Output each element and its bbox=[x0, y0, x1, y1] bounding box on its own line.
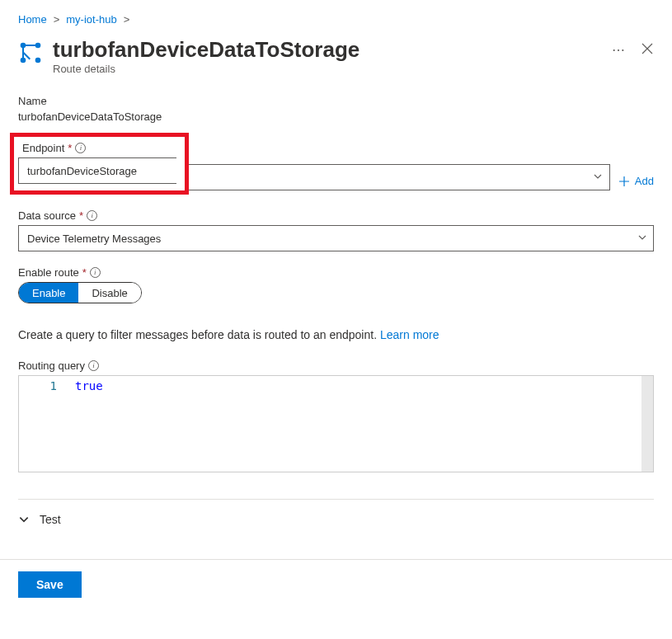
routing-query-label: Routing query i bbox=[18, 359, 654, 372]
test-label: Test bbox=[40, 513, 61, 526]
info-icon[interactable]: i bbox=[90, 267, 101, 278]
enable-button[interactable]: Enable bbox=[19, 283, 78, 303]
footer: Save bbox=[0, 559, 672, 609]
code-content[interactable]: true bbox=[67, 376, 653, 472]
routing-query-editor[interactable]: 1 true bbox=[18, 375, 654, 472]
svg-rect-4 bbox=[25, 45, 36, 46]
disable-button[interactable]: Disable bbox=[78, 283, 140, 303]
endpoint-highlight-box: Endpoint * i turbofanDeviceStorage bbox=[10, 133, 189, 195]
required-asterisk: * bbox=[82, 266, 87, 279]
endpoint-select-extension[interactable] bbox=[189, 164, 610, 190]
chevron-down-icon bbox=[18, 514, 30, 525]
required-asterisk: * bbox=[79, 209, 83, 222]
breadcrumb-separator: > bbox=[54, 13, 60, 26]
page-subtitle: Route details bbox=[53, 63, 612, 75]
more-menu-icon[interactable]: ⋯ bbox=[612, 42, 626, 58]
data-source-field: Data source * i bbox=[18, 209, 654, 251]
plus-icon bbox=[618, 176, 630, 187]
data-source-select[interactable] bbox=[18, 225, 654, 251]
required-asterisk: * bbox=[68, 142, 72, 154]
routing-query-field: Routing query i 1 true bbox=[18, 359, 654, 472]
name-value: turbofanDeviceDataToStorage bbox=[18, 110, 654, 123]
data-source-label: Data source * i bbox=[18, 209, 654, 222]
info-icon[interactable]: i bbox=[88, 360, 99, 371]
name-label: Name bbox=[18, 95, 654, 107]
test-expander[interactable]: Test bbox=[18, 499, 654, 539]
info-icon[interactable]: i bbox=[75, 143, 86, 153]
endpoint-select[interactable]: turbofanDeviceStorage bbox=[18, 157, 176, 184]
add-endpoint-button[interactable]: Add bbox=[618, 175, 654, 187]
save-button[interactable]: Save bbox=[18, 571, 82, 598]
enable-route-field: Enable route * i Enable Disable bbox=[18, 266, 654, 303]
page-header: turbofanDeviceDataToStorage Route detail… bbox=[0, 32, 672, 87]
page-title: turbofanDeviceDataToStorage bbox=[53, 37, 612, 63]
breadcrumb-home[interactable]: Home bbox=[18, 13, 47, 26]
chevron-down-icon bbox=[593, 171, 603, 184]
code-gutter: 1 bbox=[19, 376, 67, 472]
breadcrumb: Home > my-iot-hub > bbox=[0, 0, 672, 32]
route-icon bbox=[18, 40, 43, 65]
breadcrumb-separator: > bbox=[124, 13, 130, 26]
breadcrumb-hub[interactable]: my-iot-hub bbox=[66, 13, 116, 26]
learn-more-link[interactable]: Learn more bbox=[380, 328, 439, 341]
info-icon[interactable]: i bbox=[87, 210, 97, 221]
enable-route-label: Enable route * i bbox=[18, 266, 654, 279]
svg-point-3 bbox=[35, 58, 41, 63]
close-icon[interactable] bbox=[641, 42, 654, 58]
name-field: Name turbofanDeviceDataToStorage bbox=[18, 95, 654, 123]
endpoint-label: Endpoint * i bbox=[22, 142, 176, 154]
query-description: Create a query to filter messages before… bbox=[18, 328, 654, 341]
enable-route-toggle: Enable Disable bbox=[18, 282, 142, 303]
